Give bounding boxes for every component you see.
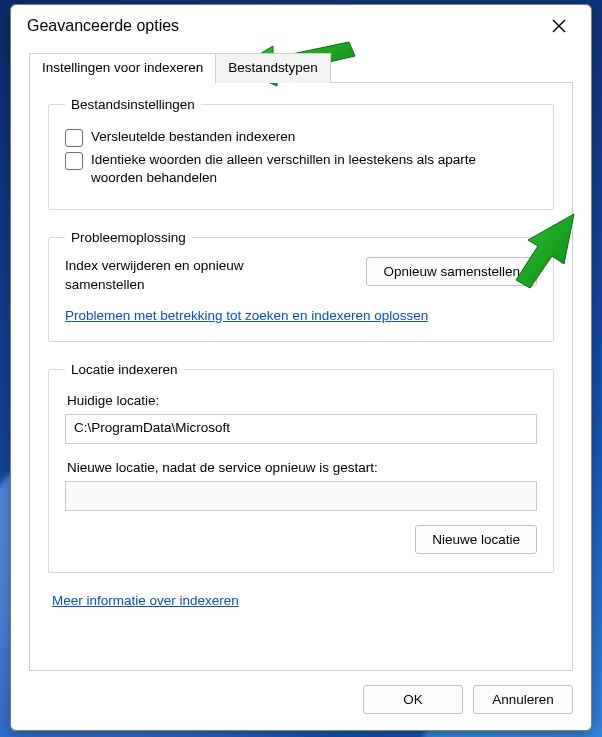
dialog-action-row: OK Annuleren xyxy=(11,671,591,730)
ok-button[interactable]: OK xyxy=(363,685,463,714)
titlebar: Geavanceerde opties xyxy=(11,5,591,47)
checkbox-diacritics[interactable] xyxy=(65,152,83,170)
tab-page-index-settings: Bestandsinstellingen Versleutelde bestan… xyxy=(29,83,573,671)
new-location-label: Nieuwe locatie, nadat de service opnieuw… xyxy=(67,460,537,475)
cancel-button[interactable]: Annuleren xyxy=(473,685,573,714)
link-search-troubleshooter[interactable]: Problemen met betrekking tot zoeken en i… xyxy=(65,308,428,323)
current-location-label: Huidige locatie: xyxy=(67,393,537,408)
advanced-options-dialog: Geavanceerde opties Instellingen voor in… xyxy=(10,4,592,731)
group-index-location: Locatie indexeren Huidige locatie: C:\Pr… xyxy=(48,362,554,573)
current-location-field: C:\ProgramData\Microsoft xyxy=(65,414,537,444)
checkbox-encrypted-files-label: Versleutelde bestanden indexeren xyxy=(91,128,295,146)
new-location-button[interactable]: Nieuwe locatie xyxy=(415,525,537,554)
close-button[interactable] xyxy=(539,11,579,41)
group-troubleshooting: Probleemoplossing Index verwijderen en o… xyxy=(48,230,554,341)
close-icon xyxy=(552,19,566,33)
group-file-settings-legend: Bestandsinstellingen xyxy=(65,97,201,112)
window-title: Geavanceerde opties xyxy=(27,17,539,35)
tab-file-types[interactable]: Bestandstypen xyxy=(215,53,330,83)
group-index-location-legend: Locatie indexeren xyxy=(65,362,184,377)
rebuild-index-text: Index verwijderen en opnieuw samenstelle… xyxy=(65,257,325,293)
checkbox-diacritics-label: Identieke woorden die alleen verschillen… xyxy=(91,151,521,187)
new-location-field xyxy=(65,481,537,511)
rebuild-button[interactable]: Opnieuw samenstellen xyxy=(366,257,537,286)
group-troubleshooting-legend: Probleemoplossing xyxy=(65,230,192,245)
group-file-settings: Bestandsinstellingen Versleutelde bestan… xyxy=(48,97,554,210)
checkbox-encrypted-files[interactable] xyxy=(65,129,83,147)
tab-index-settings[interactable]: Instellingen voor indexeren xyxy=(29,53,216,84)
link-more-info-indexing[interactable]: Meer informatie over indexeren xyxy=(52,593,239,608)
tab-strip: Instellingen voor indexeren Bestandstype… xyxy=(11,47,591,83)
